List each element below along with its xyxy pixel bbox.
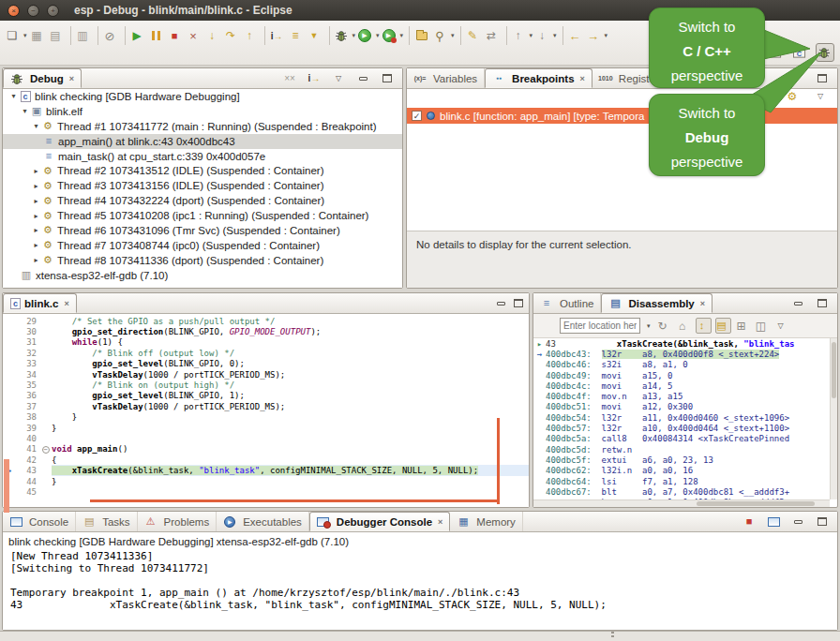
tab-tasks[interactable]: ▤Tasks [76,512,137,531]
step-return-button[interactable]: ↑ [243,26,260,45]
refresh-button[interactable]: ↻ [656,318,672,334]
debug-tree-row[interactable]: ▾⚙Thread #1 1073411772 (main : Running) … [3,119,402,134]
debug-tree-row[interactable]: ▸⚙Thread #5 1073410208 (ipc1 : Running) … [3,208,402,223]
forward-button[interactable]: →▾ [587,26,609,45]
display-console-button[interactable] [767,517,783,527]
chevron-down-icon[interactable]: ▾ [530,32,533,39]
maximize-button[interactable] [816,74,832,82]
tab-outline[interactable]: ≡Outline [533,293,601,313]
settings-gear-button[interactable]: ⚙ [786,91,802,102]
debug-tree-row[interactable]: ▾cblink checking [GDB Hardware Debugging… [3,89,402,104]
previous-annotation-button[interactable]: ↑▾ [512,26,534,45]
fold-collapse-icon[interactable]: − [39,444,52,454]
debug-tree-row[interactable]: ▸⚙Thread #6 1073431096 (Tmr Svc) (Suspen… [3,223,402,238]
debug-tree-row[interactable]: ≡main_task() at cpu_start.c:339 0x400d05… [3,149,402,164]
debug-tree-row[interactable]: ▾▣blink.elf [3,104,402,119]
sash-grip[interactable] [611,632,614,639]
tab-breakpoints[interactable]: ●●Breakpoints× [485,68,592,88]
tab-problems[interactable]: ⚠Problems [138,512,218,531]
save-all-button[interactable]: ▤ [49,26,66,45]
expand-icon[interactable]: ▸ [31,256,41,264]
tab-blink-c[interactable]: c blink.c × [3,293,77,313]
stop-button[interactable]: ■ [742,516,758,527]
resume-button[interactable]: ▶ [130,26,147,45]
print-button[interactable]: ▥ [76,26,93,45]
expand-icon[interactable]: ▸ [31,226,41,234]
tab-memory[interactable]: ▦Memory [450,512,523,531]
view-menu-button[interactable]: ▽ [774,318,790,334]
tab-variables[interactable]: (x)=Variables [407,68,485,88]
tab-debugger-console[interactable]: Debugger Console× [309,512,451,531]
maximize-button[interactable] [816,299,832,307]
chevron-down-icon[interactable]: ▾ [647,322,651,330]
next-annotation-button[interactable]: ↓▾ [535,26,558,45]
open-perspective-button[interactable] [767,43,786,62]
close-icon[interactable]: × [580,74,585,83]
debug-tree-row[interactable]: ≡app_main() at blink.c:43 0x400dbc43 [3,134,402,149]
maximize-button[interactable] [381,74,397,82]
sync-active-context-button[interactable]: ↕ [696,318,712,334]
instruction-stepping-button[interactable]: i→ [270,26,287,45]
debug-tree-row[interactable]: ▸⚙Thread #2 1073413512 (IDLE) (Suspended… [3,163,402,178]
link-with-editor-button[interactable]: ⇄ [485,26,502,45]
new-view-button[interactable]: ⊞ [735,318,751,334]
breakpoint-row[interactable]: ✓ blink.c [function: app_main] [type: Te… [407,108,837,124]
debug-button[interactable]: ▾ [335,26,357,45]
location-input[interactable] [560,318,640,334]
debug-tree-row[interactable]: ▥xtensa-esp32-elf-gdb (7.10) [3,268,402,283]
close-icon[interactable]: × [64,299,68,308]
debug-tree-row[interactable]: ▸⚙Thread #4 1073432224 (dport) (Suspende… [3,193,402,208]
open-folder-button[interactable] [414,26,431,45]
minimize-button[interactable] [356,77,372,81]
search-flashlight-button[interactable]: ⚲▾ [433,26,456,45]
skip-all-breakpoints-button[interactable]: ⊘ [103,26,120,45]
horizontal-scrollbar[interactable] [533,499,830,507]
close-icon[interactable]: × [700,299,705,308]
chevron-down-icon[interactable]: ▾ [376,32,380,39]
view-menu-button[interactable]: ▽ [332,75,348,82]
new-wizard-button[interactable]: ❏▾ [6,26,28,45]
external-tools-button[interactable]: ▶▾ [382,26,405,45]
use-step-filters-button[interactable]: ▼ [308,26,324,45]
debug-tree-row[interactable]: ▸⚙Thread #8 1073411336 (dport) (Suspende… [3,253,402,268]
tab-debug[interactable]: Debug × [3,68,82,88]
maximize-view-icon[interactable] [514,299,523,307]
maximize-button[interactable] [816,517,832,526]
expand-icon[interactable]: ▸ [31,197,41,205]
debug-tree-row[interactable]: ▸⚙Thread #7 1073408744 (ipc0) (Suspended… [3,238,402,253]
terminate-button[interactable]: ■ [168,26,185,45]
save-button[interactable]: ▦ [30,26,47,45]
disconnect-button[interactable]: × [187,26,203,45]
step-into-button[interactable]: ↓ [205,26,222,45]
chevron-down-icon[interactable]: ▾ [553,32,557,39]
expand-icon[interactable]: ▸ [31,212,41,220]
tab-disassembly[interactable]: ▤Disassembly× [601,293,712,313]
expand-icon[interactable]: ▸ [31,241,41,249]
expand-icon[interactable]: ▸ [31,167,41,175]
minimize-button[interactable] [791,520,807,524]
back-button[interactable]: ← [568,26,585,45]
pin-view-button[interactable]: ◫ [755,318,771,334]
maximize-window-button[interactable]: + [47,5,59,17]
cpp-perspective-button[interactable]: C [791,43,810,62]
debug-tree-row[interactable]: ▸⚙Thread #3 1073413156 (IDLE) (Suspended… [3,178,402,193]
show-execution-button[interactable]: ≡ [289,26,306,45]
debug-perspective-button[interactable] [816,43,834,62]
remove-all-terminated-button[interactable]: ×× [283,74,299,83]
chevron-down-icon[interactable]: ▾ [451,32,455,39]
collapse-icon[interactable]: ▾ [31,122,41,130]
suspend-button[interactable] [149,26,166,45]
view-menu-button[interactable]: ▽ [814,93,830,100]
vertical-scrollbar[interactable] [830,338,837,499]
minimize-view-icon[interactable] [497,302,505,306]
minimize-button[interactable] [791,302,807,306]
close-icon[interactable]: × [69,74,74,83]
breakpoint-checkbox[interactable]: ✓ [412,111,422,121]
expand-icon[interactable]: ▸ [31,182,41,190]
tab-executables[interactable]: ▶Executables [217,512,309,531]
code-editor[interactable]: 29 /* Set the GPIO as a push/pull output… [3,314,529,507]
instruction-stepping-button[interactable]: i→ [308,73,323,83]
collapse-icon[interactable]: ▾ [8,92,19,100]
last-edit-location-button[interactable]: ✎ [466,26,483,45]
step-over-button[interactable]: ↷ [224,26,241,45]
